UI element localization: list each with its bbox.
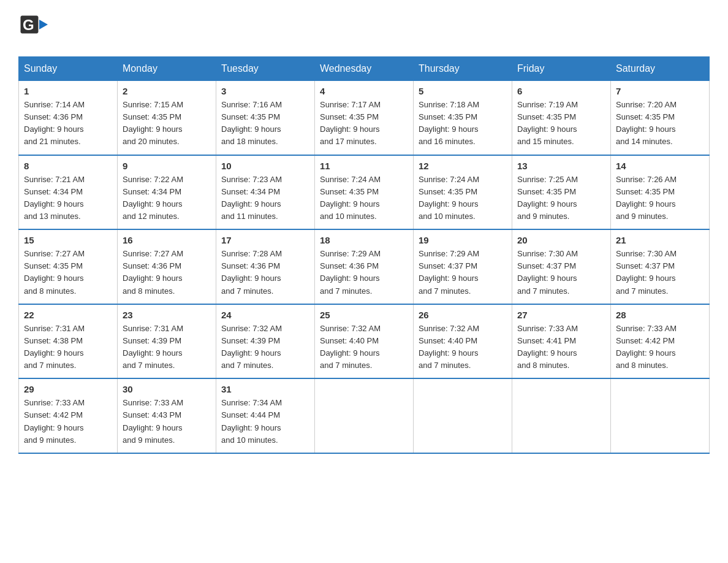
day-number: 28 [616, 310, 704, 320]
calendar-day-cell: 6 Sunrise: 7:19 AM Sunset: 4:35 PM Dayli… [512, 81, 611, 155]
day-number: 17 [221, 235, 309, 245]
calendar-day-cell: 9 Sunrise: 7:22 AM Sunset: 4:34 PM Dayli… [118, 155, 216, 230]
calendar-day-cell [315, 378, 414, 453]
logo-icon: G [18, 12, 51, 45]
sun-info: Sunrise: 7:26 AM Sunset: 4:35 PM Dayligh… [616, 174, 704, 223]
day-number: 10 [221, 161, 309, 171]
day-number: 27 [517, 310, 605, 320]
logo: G [18, 12, 51, 45]
weekday-header-row: SundayMondayTuesdayWednesdayThursdayFrid… [19, 57, 710, 81]
sun-info: Sunrise: 7:17 AM Sunset: 4:35 PM Dayligh… [320, 99, 408, 148]
calendar-week-row: 15 Sunrise: 7:27 AM Sunset: 4:35 PM Dayl… [19, 229, 710, 304]
sun-info: Sunrise: 7:33 AM Sunset: 4:42 PM Dayligh… [24, 397, 112, 446]
calendar-week-row: 8 Sunrise: 7:21 AM Sunset: 4:34 PM Dayli… [19, 155, 710, 230]
calendar-day-cell: 12 Sunrise: 7:24 AM Sunset: 4:35 PM Dayl… [414, 155, 512, 230]
svg-text:G: G [23, 17, 34, 33]
sun-info: Sunrise: 7:31 AM Sunset: 4:39 PM Dayligh… [123, 323, 211, 372]
calendar-day-cell: 30 Sunrise: 7:33 AM Sunset: 4:43 PM Dayl… [118, 378, 216, 453]
day-number: 31 [221, 384, 309, 394]
day-number: 11 [320, 161, 408, 171]
sun-info: Sunrise: 7:33 AM Sunset: 4:41 PM Dayligh… [517, 323, 605, 372]
day-number: 3 [221, 86, 309, 96]
calendar-day-cell: 4 Sunrise: 7:17 AM Sunset: 4:35 PM Dayli… [315, 81, 414, 155]
calendar-day-cell: 2 Sunrise: 7:15 AM Sunset: 4:35 PM Dayli… [118, 81, 216, 155]
day-number: 4 [320, 86, 408, 96]
calendar-day-cell: 7 Sunrise: 7:20 AM Sunset: 4:35 PM Dayli… [611, 81, 710, 155]
day-number: 19 [419, 235, 507, 245]
day-number: 9 [123, 161, 211, 171]
day-number: 18 [320, 235, 408, 245]
sun-info: Sunrise: 7:14 AM Sunset: 4:36 PM Dayligh… [24, 99, 112, 148]
sun-info: Sunrise: 7:15 AM Sunset: 4:35 PM Dayligh… [123, 99, 211, 148]
weekday-header-saturday: Saturday [611, 57, 710, 81]
sun-info: Sunrise: 7:19 AM Sunset: 4:35 PM Dayligh… [517, 99, 605, 148]
sun-info: Sunrise: 7:28 AM Sunset: 4:36 PM Dayligh… [221, 248, 309, 297]
sun-info: Sunrise: 7:23 AM Sunset: 4:34 PM Dayligh… [221, 174, 309, 223]
day-number: 16 [123, 235, 211, 245]
svg-marker-3 [39, 20, 48, 29]
weekday-header-tuesday: Tuesday [216, 57, 315, 81]
day-number: 25 [320, 310, 408, 320]
calendar-day-cell: 13 Sunrise: 7:25 AM Sunset: 4:35 PM Dayl… [512, 155, 611, 230]
sun-info: Sunrise: 7:18 AM Sunset: 4:35 PM Dayligh… [419, 99, 507, 148]
day-number: 15 [24, 235, 112, 245]
calendar-week-row: 22 Sunrise: 7:31 AM Sunset: 4:38 PM Dayl… [19, 304, 710, 379]
calendar-day-cell: 1 Sunrise: 7:14 AM Sunset: 4:36 PM Dayli… [19, 81, 118, 155]
day-number: 14 [616, 161, 704, 171]
day-number: 23 [123, 310, 211, 320]
calendar-day-cell: 3 Sunrise: 7:16 AM Sunset: 4:35 PM Dayli… [216, 81, 315, 155]
calendar-day-cell: 18 Sunrise: 7:29 AM Sunset: 4:36 PM Dayl… [315, 229, 414, 304]
calendar-day-cell [414, 378, 512, 453]
day-number: 6 [517, 86, 605, 96]
day-number: 20 [517, 235, 605, 245]
sun-info: Sunrise: 7:21 AM Sunset: 4:34 PM Dayligh… [24, 174, 112, 223]
day-number: 26 [419, 310, 507, 320]
weekday-header-thursday: Thursday [414, 57, 512, 81]
calendar-day-cell: 20 Sunrise: 7:30 AM Sunset: 4:37 PM Dayl… [512, 229, 611, 304]
sun-info: Sunrise: 7:33 AM Sunset: 4:42 PM Dayligh… [616, 323, 704, 372]
calendar-day-cell: 23 Sunrise: 7:31 AM Sunset: 4:39 PM Dayl… [118, 304, 216, 379]
calendar-table: SundayMondayTuesdayWednesdayThursdayFrid… [18, 56, 710, 454]
calendar-day-cell: 11 Sunrise: 7:24 AM Sunset: 4:35 PM Dayl… [315, 155, 414, 230]
calendar-week-row: 1 Sunrise: 7:14 AM Sunset: 4:36 PM Dayli… [19, 81, 710, 155]
day-number: 7 [616, 86, 704, 96]
calendar-day-cell: 10 Sunrise: 7:23 AM Sunset: 4:34 PM Dayl… [216, 155, 315, 230]
sun-info: Sunrise: 7:27 AM Sunset: 4:36 PM Dayligh… [123, 248, 211, 297]
day-number: 8 [24, 161, 112, 171]
sun-info: Sunrise: 7:32 AM Sunset: 4:39 PM Dayligh… [221, 323, 309, 372]
sun-info: Sunrise: 7:32 AM Sunset: 4:40 PM Dayligh… [419, 323, 507, 372]
sun-info: Sunrise: 7:16 AM Sunset: 4:35 PM Dayligh… [221, 99, 309, 148]
day-number: 1 [24, 86, 112, 96]
sun-info: Sunrise: 7:25 AM Sunset: 4:35 PM Dayligh… [517, 174, 605, 223]
calendar-day-cell: 31 Sunrise: 7:34 AM Sunset: 4:44 PM Dayl… [216, 378, 315, 453]
day-number: 30 [123, 384, 211, 394]
calendar-day-cell: 29 Sunrise: 7:33 AM Sunset: 4:42 PM Dayl… [19, 378, 118, 453]
calendar-day-cell [611, 378, 710, 453]
sun-info: Sunrise: 7:24 AM Sunset: 4:35 PM Dayligh… [320, 174, 408, 223]
sun-info: Sunrise: 7:27 AM Sunset: 4:35 PM Dayligh… [24, 248, 112, 297]
day-number: 13 [517, 161, 605, 171]
day-number: 22 [24, 310, 112, 320]
calendar-day-cell: 17 Sunrise: 7:28 AM Sunset: 4:36 PM Dayl… [216, 229, 315, 304]
calendar-day-cell [512, 378, 611, 453]
calendar-day-cell: 28 Sunrise: 7:33 AM Sunset: 4:42 PM Dayl… [611, 304, 710, 379]
logo-area: G [18, 12, 51, 45]
calendar-day-cell: 14 Sunrise: 7:26 AM Sunset: 4:35 PM Dayl… [611, 155, 710, 230]
page-header: G [18, 12, 710, 45]
weekday-header-friday: Friday [512, 57, 611, 81]
day-number: 24 [221, 310, 309, 320]
sun-info: Sunrise: 7:29 AM Sunset: 4:37 PM Dayligh… [419, 248, 507, 297]
sun-info: Sunrise: 7:22 AM Sunset: 4:34 PM Dayligh… [123, 174, 211, 223]
sun-info: Sunrise: 7:30 AM Sunset: 4:37 PM Dayligh… [616, 248, 704, 297]
sun-info: Sunrise: 7:29 AM Sunset: 4:36 PM Dayligh… [320, 248, 408, 297]
weekday-header-monday: Monday [118, 57, 216, 81]
day-number: 21 [616, 235, 704, 245]
calendar-day-cell: 16 Sunrise: 7:27 AM Sunset: 4:36 PM Dayl… [118, 229, 216, 304]
sun-info: Sunrise: 7:34 AM Sunset: 4:44 PM Dayligh… [221, 397, 309, 446]
calendar-day-cell: 24 Sunrise: 7:32 AM Sunset: 4:39 PM Dayl… [216, 304, 315, 379]
sun-info: Sunrise: 7:30 AM Sunset: 4:37 PM Dayligh… [517, 248, 605, 297]
weekday-header-wednesday: Wednesday [315, 57, 414, 81]
calendar-day-cell: 27 Sunrise: 7:33 AM Sunset: 4:41 PM Dayl… [512, 304, 611, 379]
sun-info: Sunrise: 7:20 AM Sunset: 4:35 PM Dayligh… [616, 99, 704, 148]
day-number: 5 [419, 86, 507, 96]
